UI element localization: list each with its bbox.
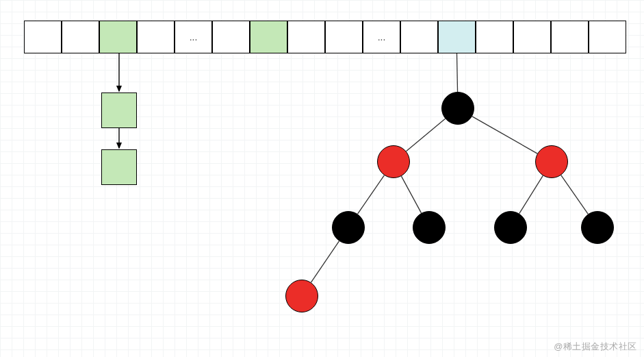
tree-node-ll xyxy=(332,211,365,244)
array-cell-0 xyxy=(24,21,62,53)
array-cell-2 xyxy=(99,21,137,53)
tree-node-l xyxy=(377,145,410,178)
array-cell-6 xyxy=(250,21,287,53)
array-cell-5 xyxy=(212,21,250,53)
array-cell-10 xyxy=(400,21,438,53)
array-cell-12 xyxy=(476,21,513,53)
watermark-text: @稀土掘金技术社区 xyxy=(554,341,637,353)
array-cell-3 xyxy=(137,21,175,53)
tree-node-rr xyxy=(581,211,614,244)
linked-list-node-1 xyxy=(101,149,137,185)
linked-list-node-0 xyxy=(101,93,137,128)
array-cell-1 xyxy=(62,21,99,53)
tree-node-root xyxy=(441,92,474,125)
tree-node-r xyxy=(535,145,568,178)
array-cell-8 xyxy=(325,21,363,53)
array-cell-7 xyxy=(287,21,325,53)
tree-node-lr xyxy=(413,211,446,244)
tree-node-lll xyxy=(285,280,318,312)
array-cell-4: ... xyxy=(175,21,212,53)
array-cell-14 xyxy=(551,21,589,53)
array-cell-11 xyxy=(438,21,476,53)
array-cell-15 xyxy=(589,21,626,53)
array-cell-13 xyxy=(513,21,551,53)
tree-node-rl xyxy=(494,211,527,244)
array-cell-9: ... xyxy=(363,21,400,53)
